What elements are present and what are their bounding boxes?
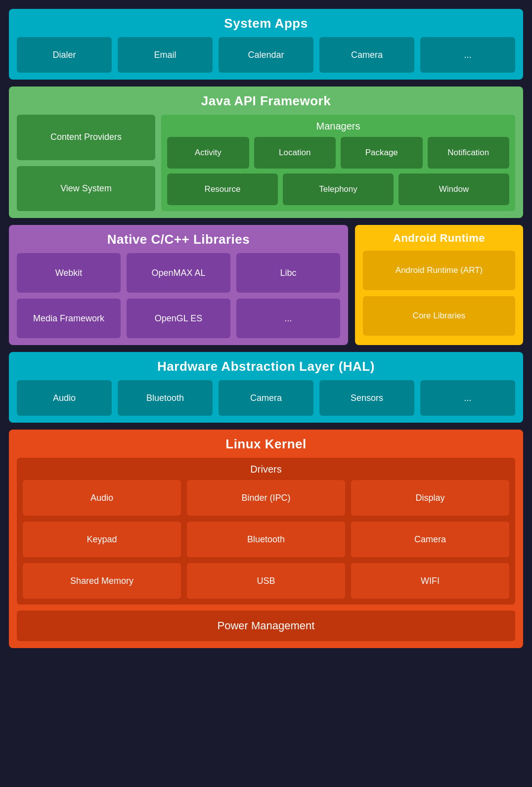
cell-driver-wifi: WIFI bbox=[351, 563, 509, 599]
cell-view-system: View System bbox=[17, 166, 155, 212]
java-api-title: Java API Framework bbox=[17, 93, 515, 109]
cell-driver-shared-memory: Shared Memory bbox=[23, 563, 181, 599]
cell-location: Location bbox=[254, 137, 336, 169]
java-api-layer: Java API Framework Content Providers Vie… bbox=[9, 87, 523, 218]
drivers-grid: Audio Binder (IPC) Display Keypad Blueto… bbox=[23, 480, 509, 599]
cell-notification: Notification bbox=[428, 137, 510, 169]
cell-driver-binder: Binder (IPC) bbox=[187, 480, 345, 516]
java-api-inner: Content Providers View System Managers A… bbox=[17, 115, 515, 211]
native-runtime-row: Native C/C++ Libraries Webkit OpenMAX AL… bbox=[9, 225, 523, 345]
cell-webkit: Webkit bbox=[17, 253, 121, 293]
cell-driver-display: Display bbox=[351, 480, 509, 516]
cell-hal-bluetooth: Bluetooth bbox=[118, 380, 213, 416]
managers-row2: Resource Telephony Window bbox=[167, 174, 509, 205]
cell-driver-keypad: Keypad bbox=[23, 522, 181, 557]
linux-kernel-title: Linux Kernel bbox=[17, 437, 515, 452]
cell-art: Android Runtime (ART) bbox=[363, 251, 515, 290]
cell-driver-audio: Audio bbox=[23, 480, 181, 516]
system-apps-grid: Dialer Email Calendar Camera ... bbox=[17, 37, 515, 73]
drivers-title: Drivers bbox=[23, 464, 509, 475]
cell-driver-usb: USB bbox=[187, 563, 345, 599]
hal-grid: Audio Bluetooth Camera Sensors ... bbox=[17, 380, 515, 416]
native-libs-layer: Native C/C++ Libraries Webkit OpenMAX AL… bbox=[9, 225, 348, 345]
cell-more: ... bbox=[420, 37, 515, 73]
cell-resource: Resource bbox=[167, 174, 278, 205]
cell-telephony: Telephony bbox=[283, 174, 394, 205]
hal-layer: Hardware Abstraction Layer (HAL) Audio B… bbox=[9, 352, 523, 423]
android-runtime-grid: Android Runtime (ART) Core Libraries bbox=[363, 251, 515, 336]
cell-openmax: OpenMAX AL bbox=[127, 253, 230, 293]
cell-opengl: OpenGL ES bbox=[127, 299, 230, 338]
managers-section: Managers Activity Location Package Notif… bbox=[161, 115, 515, 211]
cell-activity: Activity bbox=[167, 137, 249, 169]
android-runtime-title: Android Runtime bbox=[363, 232, 515, 245]
drivers-section: Drivers Audio Binder (IPC) Display Keypa… bbox=[17, 458, 515, 605]
system-apps-layer: System Apps Dialer Email Calendar Camera… bbox=[9, 9, 523, 80]
cell-package: Package bbox=[341, 137, 423, 169]
cell-calendar: Calendar bbox=[219, 37, 313, 73]
linux-kernel-layer: Linux Kernel Drivers Audio Binder (IPC) … bbox=[9, 430, 523, 648]
cell-email: Email bbox=[118, 37, 213, 73]
cell-driver-camera: Camera bbox=[351, 522, 509, 557]
system-apps-title: System Apps bbox=[17, 16, 515, 31]
cell-native-more: ... bbox=[236, 299, 340, 338]
cell-libc: Libc bbox=[236, 253, 340, 293]
power-management: Power Management bbox=[17, 611, 515, 641]
cell-content-providers: Content Providers bbox=[17, 115, 155, 160]
cell-driver-bluetooth: Bluetooth bbox=[187, 522, 345, 557]
cell-camera: Camera bbox=[319, 37, 414, 73]
cell-hal-more: ... bbox=[420, 380, 515, 416]
cell-core-libraries: Core Libraries bbox=[363, 296, 515, 336]
managers-row1: Activity Location Package Notification bbox=[167, 137, 509, 169]
cell-hal-audio: Audio bbox=[17, 380, 112, 416]
managers-title: Managers bbox=[167, 121, 509, 132]
cell-hal-sensors: Sensors bbox=[319, 380, 414, 416]
android-runtime-layer: Android Runtime Android Runtime (ART) Co… bbox=[355, 225, 523, 345]
cell-window: Window bbox=[399, 174, 509, 205]
cell-dialer: Dialer bbox=[17, 37, 112, 73]
java-left-col: Content Providers View System bbox=[17, 115, 155, 211]
cell-media-framework: Media Framework bbox=[17, 299, 121, 338]
native-libs-title: Native C/C++ Libraries bbox=[17, 232, 340, 247]
native-grid: Webkit OpenMAX AL Libc Media Framework O… bbox=[17, 253, 340, 338]
hal-title: Hardware Abstraction Layer (HAL) bbox=[17, 359, 515, 374]
cell-hal-camera: Camera bbox=[219, 380, 313, 416]
